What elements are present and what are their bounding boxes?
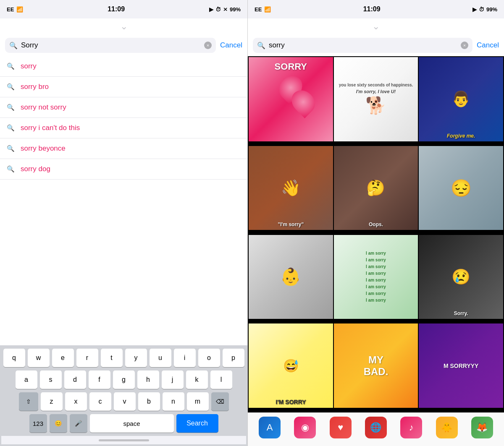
search-clear-button-right[interactable]: × — [461, 42, 468, 49]
dock-appstore-icon[interactable]: A — [259, 417, 281, 438]
gif-sorry-pink[interactable]: SORRY — [249, 57, 333, 141]
key-b[interactable]: b — [138, 392, 160, 411]
search-bar-right[interactable]: 🔍 × Cancel — [248, 34, 504, 56]
key-l[interactable]: l — [210, 370, 232, 389]
suggestion-item-sorry-not-sorry[interactable]: 🔍 sorry not sorry — [0, 97, 247, 118]
gif-grid[interactable]: SORRY you lose sixty seconds of happines… — [248, 56, 504, 412]
suggestion-list: 🔍 sorry 🔍 sorry bro 🔍 sorry not sorry 🔍 … — [0, 56, 247, 345]
key-z[interactable]: z — [41, 392, 63, 411]
search-icon-right: 🔍 — [257, 42, 265, 50]
gif-writing[interactable]: I am sorryI am sorryI am sorryI am sorry… — [334, 235, 418, 319]
gif-despicable[interactable]: 😔 — [419, 146, 503, 230]
gif-baby[interactable]: 👶 — [249, 235, 333, 319]
key-k[interactable]: k — [186, 370, 208, 389]
appstore-symbol: A — [267, 422, 273, 433]
cancel-button-left[interactable]: Cancel — [220, 41, 242, 50]
key-e[interactable]: e — [52, 349, 74, 367]
key-o[interactable]: o — [198, 349, 220, 367]
location-right: ▶ — [472, 6, 477, 13]
key-shift[interactable]: ⇧ — [19, 392, 38, 411]
suggestion-text-6: sorry dog — [21, 165, 50, 173]
gif-mybad[interactable]: MYBAD. — [334, 323, 418, 408]
dock-maps-icon[interactable]: 🦊 — [471, 417, 493, 438]
key-q[interactable]: q — [3, 349, 25, 367]
gif-house[interactable]: 🤔 Oops. — [334, 146, 418, 230]
search-input-container[interactable]: 🔍 × — [5, 38, 216, 53]
cancel-button-right[interactable]: Cancel — [477, 41, 499, 50]
search-input-right[interactable] — [269, 41, 457, 50]
dock-browser-icon[interactable]: 🌐 — [365, 417, 387, 438]
right-status-bar: EE 📶 11:09 ▶ ⏱ 99% — [248, 0, 504, 18]
key-y[interactable]: y — [125, 349, 147, 367]
handle-bar-left: ⌄ — [0, 18, 247, 34]
key-search[interactable]: Search — [176, 414, 218, 433]
key-v[interactable]: v — [114, 392, 136, 411]
search-bar-left[interactable]: 🔍 × Cancel — [0, 34, 247, 56]
key-microphone[interactable]: 🎤 — [70, 414, 87, 433]
key-j[interactable]: j — [162, 370, 184, 389]
key-emoji[interactable]: 😊 — [50, 414, 67, 433]
gif-cell-inner-8: I am sorryI am sorryI am sorryI am sorry… — [334, 235, 418, 319]
carrier-left: EE — [7, 6, 14, 13]
dock-social-icon[interactable]: 🐥 — [436, 417, 458, 438]
bottom-dock[interactable]: A ◉ ♥ 🌐 ♪ 🐥 🦊 — [248, 412, 504, 446]
key-g[interactable]: g — [113, 370, 135, 389]
games-symbol: ◉ — [301, 422, 309, 433]
search-input-container-right[interactable]: 🔍 × — [253, 38, 472, 53]
key-w[interactable]: w — [28, 349, 50, 367]
suggestion-item-sorry-dog[interactable]: 🔍 sorry dog — [0, 159, 247, 180]
suggestion-item-sorry[interactable]: 🔍 sorry — [0, 56, 247, 77]
gif-cell-inner-2: you lose sixty seconds of happiness. I'm… — [334, 57, 418, 141]
search-clear-button[interactable]: × — [204, 42, 212, 49]
dock-health-icon[interactable]: ♥ — [330, 417, 352, 438]
gif-friends[interactable]: 👋 "I'm sorry" — [249, 146, 333, 230]
key-p[interactable]: p — [223, 349, 244, 367]
gif-cell-inner-3: 👨 Forgive me. — [419, 57, 503, 141]
keyboard[interactable]: q w e r t y u i o p a s d f g h j k l ⇧ … — [0, 345, 247, 446]
left-status-left: EE 📶 — [7, 6, 23, 13]
keyboard-row-2: a s d f g h j k l — [1, 370, 246, 389]
gif-cell-inner-4: 👋 "I'm sorry" — [249, 146, 333, 230]
carrier-right: EE — [255, 6, 262, 13]
key-r[interactable]: r — [76, 349, 98, 367]
key-space[interactable]: space — [90, 414, 174, 433]
key-x[interactable]: x — [65, 392, 87, 411]
key-n[interactable]: n — [163, 392, 184, 411]
right-status-left: EE 📶 — [255, 6, 271, 13]
dock-games-icon[interactable]: ◉ — [294, 417, 316, 438]
right-status-right: ▶ ⏱ 99% — [472, 6, 497, 13]
key-delete[interactable]: ⌫ — [211, 392, 229, 411]
gif-sorry-yell[interactable]: M SORRYYY — [419, 323, 503, 408]
key-s[interactable]: s — [40, 370, 62, 389]
key-c[interactable]: c — [89, 392, 111, 411]
key-m[interactable]: m — [187, 392, 209, 411]
search-suggestion-icon-6: 🔍 — [7, 165, 15, 173]
key-a[interactable]: a — [16, 370, 37, 389]
bluetooth-left: ⨯ — [223, 6, 228, 13]
titanic-text: Sorry. — [419, 310, 503, 316]
key-d[interactable]: d — [64, 370, 86, 389]
suggestion-item-sorry-cant[interactable]: 🔍 sorry i can't do this — [0, 118, 247, 138]
search-icon: 🔍 — [9, 42, 18, 50]
suggestion-text-3: sorry not sorry — [21, 103, 66, 112]
wifi-right: 📶 — [264, 6, 271, 13]
gif-cartoon[interactable]: 😅 I'M SORRY — [249, 323, 333, 408]
key-t[interactable]: t — [101, 349, 123, 367]
key-u[interactable]: u — [150, 349, 171, 367]
right-panel: EE 📶 11:09 ▶ ⏱ 99% ⌄ 🔍 × Cancel — [248, 0, 504, 446]
search-input[interactable] — [21, 41, 201, 50]
gif-titanic[interactable]: 😢 Sorry. — [419, 235, 503, 319]
suggestion-item-sorry-beyonce[interactable]: 🔍 sorry beyonce — [0, 138, 247, 159]
dock-music-icon[interactable]: ♪ — [400, 417, 422, 438]
key-numbers[interactable]: 123 — [29, 414, 47, 433]
key-i[interactable]: i — [174, 349, 196, 367]
gif-dog[interactable]: you lose sixty seconds of happiness. I'm… — [334, 57, 418, 141]
gif-cell-inner-12: M SORRYYY — [419, 323, 503, 408]
suggestion-item-sorry-bro[interactable]: 🔍 sorry bro — [0, 77, 247, 97]
search-suggestion-icon-5: 🔍 — [7, 145, 15, 152]
key-h[interactable]: h — [137, 370, 159, 389]
gif-forgive[interactable]: 👨 Forgive me. — [419, 57, 503, 141]
keyboard-row-4: 123 😊 🎤 space Search — [1, 414, 246, 433]
key-f[interactable]: f — [89, 370, 110, 389]
battery-left: 99% — [230, 6, 241, 13]
